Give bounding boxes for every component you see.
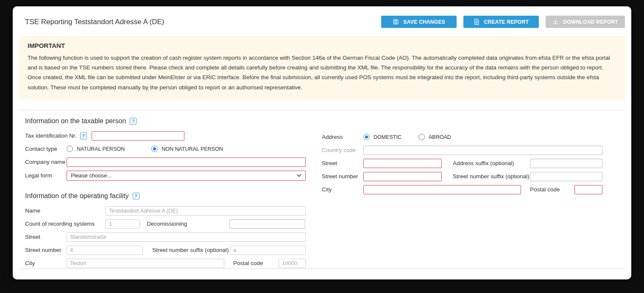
help-icon[interactable]: ?: [80, 133, 87, 139]
legal-form-row: Legal form Please choose...: [25, 171, 306, 181]
radio-domestic[interactable]: DOMESTIC: [363, 134, 401, 140]
important-notice: IMPORTANT The following function is used…: [19, 36, 625, 99]
recording-systems-row: Count of recording systems Decomissionin…: [25, 219, 306, 229]
facility-city-label: City: [25, 260, 67, 266]
page-title: TSE Reporting Teststandort Adresse A (DE…: [25, 18, 164, 26]
facility-city-input: [67, 259, 224, 268]
address-street-row: Street Address suffix (optional): [322, 159, 602, 168]
download-icon: [552, 19, 559, 25]
top-divider: [19, 110, 625, 110]
section-taxable-person-title: Information on the taxable person: [25, 117, 126, 125]
radio-non-natural-person[interactable]: NON NATURAL PERSON: [151, 146, 223, 152]
country-code-label: Country code: [322, 147, 363, 153]
address-street-number-suffix-label: Street number suffix (optional): [453, 173, 530, 180]
tax-id-row: Tax Identification Nr. ?: [25, 131, 306, 141]
decommissioning-input[interactable]: [229, 219, 305, 229]
left-column: Information on the taxable person ? Tax …: [25, 117, 306, 272]
radio-abroad[interactable]: ABROAD: [418, 134, 451, 140]
contact-type-row: Contact type NATURAL PERSON NON NATURAL …: [25, 144, 306, 154]
help-icon[interactable]: ?: [133, 193, 139, 199]
company-name-row: Company name: [25, 158, 306, 167]
save-button-label: SAVE CHANGES: [403, 19, 445, 25]
country-code-row: Country code: [322, 146, 602, 155]
facility-street-number-row: Street number Street number suffix (opti…: [25, 246, 306, 255]
radio-abroad-label: ABROAD: [429, 134, 451, 140]
address-city-label: City: [322, 186, 363, 193]
save-icon: [393, 19, 399, 25]
right-column: Address DOMESTIC ABROAD Country code Str…: [322, 117, 602, 272]
recording-systems-input: [106, 219, 139, 229]
header: TSE Reporting Teststandort Adresse A (DE…: [19, 13, 625, 28]
address-postal-code-input[interactable]: [574, 185, 602, 194]
download-report-button: DOWNLOAD REPORT: [546, 16, 625, 28]
legal-form-label: Legal form: [25, 172, 67, 179]
contact-type-label: Contact type: [25, 146, 67, 152]
address-type-row: Address DOMESTIC ABROAD: [322, 133, 602, 142]
create-button-label: CREATE REPORT: [484, 19, 529, 25]
company-name-label: Company name: [25, 159, 67, 165]
radio-checked-icon: [363, 134, 370, 140]
radio-icon: [67, 146, 73, 152]
section-operating-facility-title: Information of the operating facility: [25, 192, 129, 200]
facility-street-number-suffix-input: [230, 246, 306, 255]
notice-paragraph-1: The following function is used to suppor…: [28, 53, 616, 72]
bottom-divider: [19, 268, 625, 269]
tax-id-label: Tax Identification Nr.: [25, 133, 77, 139]
facility-postal-code-label: Postal code: [233, 260, 279, 266]
address-street-number-input[interactable]: [363, 172, 442, 181]
document-icon: [474, 19, 480, 25]
facility-street-number-input: [67, 246, 143, 255]
legal-form-select[interactable]: Please choose...: [67, 171, 306, 181]
facility-name-row: Name: [25, 206, 306, 216]
company-name-input[interactable]: [67, 158, 306, 167]
facility-street-label: Street: [25, 234, 67, 240]
radio-checked-icon: [151, 146, 158, 152]
address-street-label: Street: [322, 160, 363, 166]
tax-id-input[interactable]: [92, 131, 184, 141]
legal-form-selected-value: Please choose...: [71, 172, 112, 179]
facility-street-row: Street: [25, 232, 306, 242]
create-report-button[interactable]: CREATE REPORT: [463, 16, 539, 28]
header-buttons: SAVE CHANGES CREATE REPORT: [374, 16, 625, 28]
address-label: Address: [322, 134, 363, 140]
facility-postal-code-input: [279, 259, 306, 268]
notice-paragraph-2: Once created, the XML file can be submit…: [28, 72, 616, 92]
address-city-row: City Postal code: [322, 185, 602, 194]
facility-street-number-label: Street number: [25, 247, 67, 253]
recording-systems-label: Count of recording systems: [25, 221, 106, 227]
radio-natural-person-label: NATURAL PERSON: [77, 146, 125, 152]
radio-icon: [418, 134, 425, 140]
section-operating-facility-heading: Information of the operating facility ?: [25, 192, 306, 200]
help-icon[interactable]: ?: [130, 118, 137, 124]
address-street-number-label: Street number: [322, 173, 363, 180]
facility-street-number-suffix-label: Street number suffix (optional): [152, 247, 230, 253]
section-taxable-person-heading: Information on the taxable person ?: [25, 117, 306, 125]
download-button-label: DOWNLOAD REPORT: [563, 19, 618, 25]
address-suffix-input[interactable]: [530, 159, 602, 168]
main-panel: TSE Reporting Teststandort Adresse A (DE…: [13, 6, 631, 279]
radio-non-natural-person-label: NON NATURAL PERSON: [162, 146, 223, 152]
address-street-input[interactable]: [363, 159, 442, 168]
address-street-number-row: Street number Street number suffix (opti…: [322, 172, 602, 181]
address-postal-code-label: Postal code: [530, 186, 574, 193]
save-changes-button[interactable]: SAVE CHANGES: [381, 16, 457, 28]
country-code-input[interactable]: [363, 146, 602, 155]
facility-street-input: [67, 232, 306, 242]
address-city-input[interactable]: [363, 185, 521, 194]
chevron-down-icon: [297, 174, 301, 177]
notice-title: IMPORTANT: [28, 42, 616, 49]
address-street-number-suffix-input[interactable]: [530, 172, 602, 181]
facility-name-label: Name: [25, 207, 106, 214]
facility-name-input: [106, 206, 306, 216]
decommissioning-label: Decomissioning: [147, 221, 229, 227]
facility-city-row: City Postal code: [25, 259, 306, 268]
radio-domestic-label: DOMESTIC: [374, 134, 401, 140]
form-area: Information on the taxable person ? Tax …: [25, 117, 625, 272]
address-suffix-label: Address suffix (optional): [453, 160, 530, 166]
radio-natural-person[interactable]: NATURAL PERSON: [67, 146, 125, 152]
